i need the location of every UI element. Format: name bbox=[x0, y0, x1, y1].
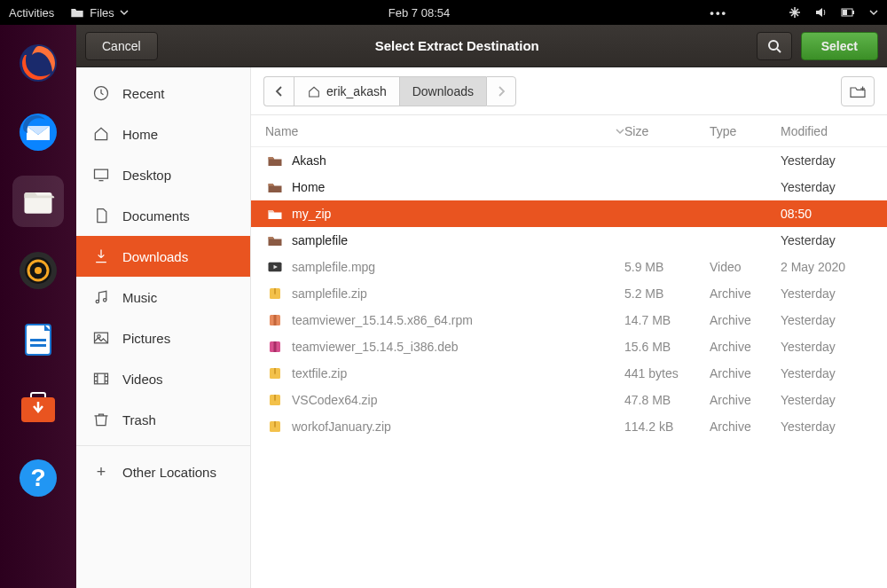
sidebar-item-trash[interactable]: Trash bbox=[76, 399, 250, 440]
path-segment-home[interactable]: erik_akash bbox=[294, 76, 399, 106]
file-size: 15.6 MB bbox=[624, 340, 710, 354]
file-name: samplefile.mpg bbox=[292, 260, 624, 274]
svg-rect-30 bbox=[274, 341, 277, 352]
new-folder-button[interactable] bbox=[841, 76, 875, 106]
chevron-left-icon bbox=[275, 86, 284, 97]
svg-rect-2 bbox=[843, 10, 847, 15]
clock[interactable]: Feb 7 08:54 bbox=[129, 6, 710, 20]
file-modified: Yesterday bbox=[781, 313, 873, 327]
file-modified: Yesterday bbox=[781, 153, 873, 168]
sidebar-item-music[interactable]: Music bbox=[76, 277, 250, 318]
pathbar: erik_akash Downloads bbox=[251, 67, 887, 115]
files-app-menu[interactable]: Files bbox=[70, 6, 128, 20]
path-segment-label: Downloads bbox=[412, 84, 474, 98]
file-modified: Yesterday bbox=[781, 419, 873, 434]
file-row[interactable]: my_zip 08:50 bbox=[251, 200, 887, 227]
file-name: textfile.zip bbox=[292, 366, 624, 380]
dock-app-help[interactable]: ? bbox=[12, 452, 64, 504]
column-header-name[interactable]: Name bbox=[265, 124, 624, 138]
column-header-type[interactable]: Type bbox=[710, 124, 781, 138]
file-type: Video bbox=[710, 260, 781, 274]
file-row[interactable]: samplefile.mpg 5.9 MB Video 2 May 2020 bbox=[251, 254, 887, 280]
file-icon bbox=[265, 313, 285, 327]
dock-app-thunderbird[interactable] bbox=[12, 106, 64, 158]
sidebar-item-other-locations[interactable]: + Other Locations bbox=[76, 451, 250, 492]
file-row[interactable]: teamviewer_15.14.5.x86_64.rpm 14.7 MB Ar… bbox=[251, 307, 887, 333]
system-top-bar: Activities Files Feb 7 08:54 ••• bbox=[0, 0, 887, 25]
file-row[interactable]: teamviewer_15.14.5_i386.deb 15.6 MB Arch… bbox=[251, 333, 887, 360]
sidebar-item-label: Recent bbox=[122, 86, 165, 101]
file-row[interactable]: workofJanuary.zip 114.2 kB Archive Yeste… bbox=[251, 413, 887, 440]
file-type: Archive bbox=[710, 340, 781, 354]
home-icon bbox=[92, 125, 110, 143]
svg-point-20 bbox=[96, 300, 98, 302]
file-name: my_zip bbox=[292, 207, 624, 221]
select-button[interactable]: Select bbox=[801, 32, 878, 60]
file-modified: Yesterday bbox=[781, 366, 873, 380]
file-name: teamviewer_15.14.5.x86_64.rpm bbox=[292, 313, 624, 327]
file-icon bbox=[265, 207, 285, 221]
volume-icon[interactable] bbox=[814, 5, 828, 20]
places-sidebar: Recent Home Desktop Documents Downloads bbox=[76, 67, 251, 588]
sidebar-item-videos[interactable]: Videos bbox=[76, 358, 250, 399]
file-row[interactable]: samplefile.zip 5.2 MB Archive Yesterday bbox=[251, 280, 887, 307]
file-type: Archive bbox=[710, 313, 781, 327]
file-name: samplefile.zip bbox=[292, 286, 624, 301]
battery-icon[interactable] bbox=[841, 6, 857, 19]
sidebar-item-home[interactable]: Home bbox=[76, 114, 250, 154]
file-name: Akash bbox=[292, 153, 624, 168]
sidebar-item-label: Videos bbox=[122, 372, 163, 387]
folder-icon bbox=[70, 6, 84, 19]
file-modified: Yesterday bbox=[781, 340, 873, 354]
sidebar-item-desktop[interactable]: Desktop bbox=[76, 154, 250, 195]
dock-app-firefox[interactable] bbox=[12, 37, 64, 89]
network-icon[interactable] bbox=[788, 5, 802, 20]
svg-rect-1 bbox=[852, 11, 854, 14]
dialog-title: Select Extract Destination bbox=[167, 38, 748, 53]
cancel-button[interactable]: Cancel bbox=[85, 32, 158, 60]
chevron-down-icon bbox=[120, 8, 129, 17]
music-icon bbox=[92, 288, 110, 306]
path-back-button[interactable] bbox=[263, 76, 294, 106]
svg-point-17 bbox=[769, 41, 778, 50]
file-icon bbox=[265, 366, 285, 380]
file-row[interactable]: Akash Yesterday bbox=[251, 147, 887, 174]
sidebar-item-label: Trash bbox=[122, 412, 156, 427]
file-name: workofJanuary.zip bbox=[292, 419, 624, 434]
chevron-down-icon[interactable] bbox=[869, 8, 878, 17]
file-icon bbox=[265, 393, 285, 407]
file-modified: 08:50 bbox=[781, 207, 873, 221]
file-list[interactable]: Akash Yesterday Home Yesterday my_zip 08… bbox=[251, 147, 887, 588]
dock-app-rhythmbox[interactable] bbox=[12, 245, 64, 296]
sidebar-item-recent[interactable]: Recent bbox=[76, 73, 250, 114]
path-segment-current[interactable]: Downloads bbox=[399, 76, 486, 106]
file-row[interactable]: samplefile Yesterday bbox=[251, 227, 887, 254]
activities-button[interactable]: Activities bbox=[9, 6, 54, 20]
path-segment-label: erik_akash bbox=[326, 84, 387, 98]
dock-app-libreoffice[interactable] bbox=[12, 314, 64, 365]
dock-app-files[interactable] bbox=[12, 176, 64, 227]
new-folder-icon bbox=[849, 84, 867, 98]
column-header-modified[interactable]: Modified bbox=[781, 124, 873, 138]
file-icon bbox=[265, 419, 285, 434]
sidebar-item-downloads[interactable]: Downloads bbox=[76, 236, 250, 277]
file-type: Archive bbox=[710, 366, 781, 380]
file-size: 5.2 MB bbox=[624, 286, 710, 301]
file-type: Archive bbox=[710, 286, 781, 301]
file-row[interactable]: VSCodex64.zip 47.8 MB Archive Yesterday bbox=[251, 387, 887, 413]
file-name: VSCodex64.zip bbox=[292, 393, 624, 407]
sidebar-item-label: Music bbox=[122, 290, 157, 305]
path-forward-button[interactable] bbox=[486, 76, 516, 106]
file-size: 5.9 MB bbox=[624, 260, 710, 274]
sidebar-item-documents[interactable]: Documents bbox=[76, 195, 250, 236]
file-name: samplefile bbox=[292, 233, 624, 247]
file-modified: Yesterday bbox=[781, 180, 873, 194]
file-row[interactable]: textfile.zip 441 bytes Archive Yesterday bbox=[251, 360, 887, 387]
sidebar-item-label: Pictures bbox=[122, 331, 170, 346]
dock-app-software[interactable] bbox=[12, 383, 64, 435]
appindicator-icon[interactable]: ••• bbox=[710, 6, 727, 20]
column-header-size[interactable]: Size bbox=[624, 124, 710, 138]
file-row[interactable]: Home Yesterday bbox=[251, 174, 887, 200]
search-button[interactable] bbox=[757, 32, 792, 60]
sidebar-item-pictures[interactable]: Pictures bbox=[76, 318, 250, 358]
